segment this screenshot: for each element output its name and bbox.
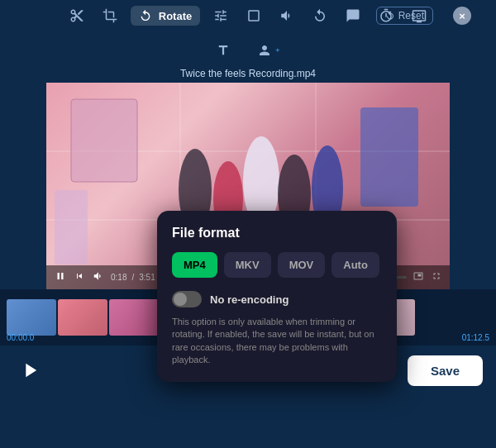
rotate-tool[interactable]: Rotate: [131, 6, 200, 26]
svg-rect-4: [71, 99, 137, 182]
adjust-tool[interactable]: [208, 5, 233, 26]
svg-rect-12: [360, 107, 418, 207]
timeline-end: 01:12.5: [462, 333, 489, 342]
format-mp4[interactable]: MP4: [172, 252, 217, 278]
format-auto[interactable]: Auto: [331, 252, 379, 278]
close-button[interactable]: ×: [453, 7, 471, 25]
format-mov[interactable]: MOV: [278, 252, 326, 278]
prev-frame-button[interactable]: [73, 269, 86, 285]
text-tool[interactable]: [211, 40, 236, 61]
toolbar: Rotate Reset ×: [0, 0, 496, 66]
filename: Twice the feels Recording.mp4: [0, 66, 496, 83]
play-button[interactable]: [13, 354, 46, 387]
cut-tool[interactable]: [64, 5, 89, 26]
thumb-2: [58, 299, 107, 336]
svg-rect-5: [71, 99, 137, 182]
audio-tool[interactable]: [274, 5, 299, 26]
fullscreen-button[interactable]: [430, 269, 443, 285]
thumb-1: [7, 299, 56, 336]
toggle-row: No re-encoding: [172, 291, 382, 307]
pause-button[interactable]: [53, 269, 68, 286]
format-mkv[interactable]: MKV: [224, 252, 271, 278]
total-time: 3:51: [139, 273, 155, 282]
format-buttons: MP4 MKV MOV Auto: [172, 252, 382, 278]
thumb-3: [109, 299, 159, 336]
toggle-knob: [174, 293, 187, 306]
toggle-label: No re-encoding: [210, 293, 289, 306]
timeline-start: 00:00.0: [7, 333, 34, 342]
popup-title: File format: [172, 226, 382, 241]
file-format-popup: File format MP4 MKV MOV Auto No re-encod…: [157, 211, 397, 382]
svg-rect-13: [55, 190, 88, 265]
person-tool[interactable]: +: [252, 40, 284, 61]
rewind-tool[interactable]: [308, 5, 332, 26]
current-time: 0:18: [111, 273, 126, 282]
caption-tool[interactable]: [341, 5, 365, 26]
re-encoding-toggle[interactable]: [172, 291, 202, 307]
toggle-description: This option is only available when trimm…: [172, 316, 382, 367]
save-button[interactable]: Save: [408, 355, 483, 386]
overlay-tool[interactable]: [241, 5, 266, 26]
crop-tool[interactable]: [98, 5, 122, 26]
pip-button[interactable]: [412, 269, 425, 285]
volume-button[interactable]: [91, 269, 106, 286]
reset-button[interactable]: Reset: [376, 7, 433, 25]
